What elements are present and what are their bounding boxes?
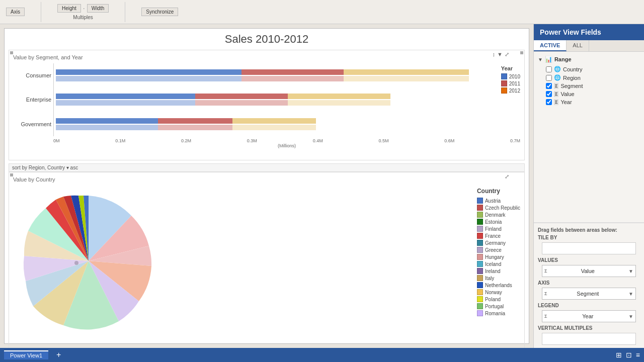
- pie-legend-item[interactable]: Denmark: [477, 212, 520, 218]
- axis-value: Segment: [577, 291, 599, 297]
- pie-svg-container: [13, 186, 174, 346]
- pie-chart-section[interactable]: Value by Country: [9, 172, 525, 348]
- pie-legend-item[interactable]: Finland: [477, 226, 520, 232]
- view-tab[interactable]: Power View1: [4, 350, 48, 359]
- bar-chart-legend: Year 2010 2011 2012: [501, 65, 520, 95]
- enterprise-2010-bar: [56, 94, 195, 99]
- region-checkbox[interactable]: [546, 75, 552, 81]
- legend-arrow[interactable]: ▼: [628, 314, 633, 319]
- synchronize-button[interactable]: Synchronize: [141, 8, 178, 16]
- government-bar-row: [56, 115, 520, 133]
- government-2011-bar-2: [158, 125, 232, 130]
- x-0m: 0M: [53, 138, 60, 143]
- sort-bar: sort by Region, Country ▾ asc: [9, 163, 525, 172]
- axis-dropzone[interactable]: Σ Segment ▼: [542, 288, 636, 300]
- consumer-2010-bar: [56, 69, 242, 75]
- bar-chart-section[interactable]: Value by Segment, and Year Consumer Ente…: [9, 50, 525, 160]
- pie-legend-item[interactable]: Hungary: [477, 254, 520, 260]
- pie-legend-label: Netherlands: [485, 283, 512, 288]
- pie-legend-label: Finland: [485, 226, 502, 232]
- pie-legend-scroll: Austria Czech Republic Denmark Estonia F…: [477, 198, 520, 316]
- tab-all[interactable]: ALL: [567, 40, 589, 51]
- tree-item-segment: Σ Segment: [538, 82, 640, 90]
- year-sigma-icon: Σ: [554, 99, 558, 105]
- enterprise-bar-row: [56, 90, 520, 109]
- x-axis-labels: 0M 0.1M 0.2M 0.3M 0.4M 0.5M 0.6M 0.7M: [13, 138, 520, 143]
- bar-legend-title: Year: [501, 65, 520, 71]
- consumer-2010-bar-2: [56, 76, 242, 81]
- status-icon-1[interactable]: ⊞: [616, 351, 622, 359]
- height-button[interactable]: Height: [57, 4, 81, 13]
- axis-button[interactable]: Axis: [6, 8, 25, 16]
- pie-legend-item[interactable]: Norway: [477, 289, 520, 295]
- fields-tree: ▼ 📊 Range 🌐 Country 🌐 Region Σ Segment: [534, 52, 644, 222]
- pie-chart-title: Value by Country: [13, 176, 520, 183]
- sort-icon[interactable]: ↕: [493, 51, 496, 58]
- pie-legend-label: Hungary: [485, 254, 504, 260]
- status-icon-3[interactable]: ≡: [636, 351, 640, 359]
- tile-by-label: TILE BY: [538, 235, 640, 240]
- pie-legend-item[interactable]: Poland: [477, 296, 520, 302]
- enterprise-2011-bar-2: [195, 100, 288, 106]
- pie-legend-color: [477, 247, 483, 253]
- separator-dot: ·: [83, 4, 85, 12]
- pie-legend-item[interactable]: Czech Republic: [477, 205, 520, 211]
- status-icon-2[interactable]: ⊡: [626, 351, 632, 359]
- values-value: Value: [581, 268, 595, 274]
- axis-arrow[interactable]: ▼: [628, 291, 633, 297]
- year-label[interactable]: Year: [560, 99, 572, 105]
- pie-legend-item[interactable]: Romania: [477, 310, 520, 316]
- legend-dropzone[interactable]: Σ Year ▼: [542, 310, 636, 322]
- value-checkbox[interactable]: [546, 91, 552, 97]
- x-01m: 0.1M: [115, 138, 125, 143]
- country-label[interactable]: Country: [563, 66, 583, 72]
- government-2011-bar: [158, 118, 232, 124]
- tree-root-label: Range: [554, 56, 572, 62]
- width-button[interactable]: Width: [87, 4, 109, 13]
- report-container: Sales 2010-2012 Value by Segment, and Ye…: [4, 28, 529, 344]
- pie-legend-color: [477, 240, 483, 246]
- country-list: Austria Czech Republic Denmark Estonia F…: [477, 198, 520, 316]
- legend-2010: 2010: [501, 73, 520, 79]
- add-tab-button[interactable]: +: [52, 350, 65, 359]
- x-02m: 0.2M: [181, 138, 191, 143]
- enterprise-2010-bar-2: [56, 100, 195, 106]
- expand-icon[interactable]: ⤢: [505, 51, 509, 58]
- pie-legend-item[interactable]: Greece: [477, 247, 520, 253]
- pie-legend-item[interactable]: Italy: [477, 275, 520, 281]
- segment-label[interactable]: Segment: [560, 83, 583, 89]
- enterprise-label: Enterprise: [13, 97, 51, 103]
- pie-legend-item[interactable]: Austria: [477, 198, 520, 204]
- pie-legend-color: [477, 254, 483, 260]
- legend-value: Year: [582, 313, 593, 319]
- x-06m: 0.6M: [444, 138, 454, 143]
- region-label[interactable]: Region: [563, 75, 581, 81]
- year-checkbox[interactable]: [546, 99, 552, 105]
- consumer-label: Consumer: [13, 72, 51, 78]
- values-dropzone[interactable]: Σ Value ▼: [542, 265, 636, 277]
- values-area: VALUES Σ Value ▼: [534, 257, 644, 280]
- pie-legend-item[interactable]: Netherlands: [477, 282, 520, 288]
- vertical-multiples-dropzone[interactable]: [542, 333, 636, 345]
- pie-legend-item[interactable]: Germany: [477, 240, 520, 246]
- pie-legend-item[interactable]: France: [477, 233, 520, 239]
- segment-checkbox[interactable]: [546, 83, 552, 89]
- tab-active[interactable]: ACTIVE: [534, 40, 567, 51]
- legend-2010-label: 2010: [509, 74, 520, 79]
- values-arrow[interactable]: ▼: [628, 268, 633, 274]
- country-checkbox[interactable]: [546, 66, 552, 72]
- legend-2012-color: [501, 87, 507, 94]
- pie-legend-item[interactable]: Estonia: [477, 219, 520, 225]
- pie-legend-item[interactable]: Ireland: [477, 268, 520, 274]
- sort-text[interactable]: sort by Region, Country ▾ asc: [12, 165, 78, 170]
- tree-expand-icon[interactable]: ▼: [538, 57, 543, 62]
- tile-by-dropzone[interactable]: [542, 242, 636, 254]
- pie-legend-item[interactable]: Portugal: [477, 303, 520, 309]
- value-sigma-icon: Σ: [554, 91, 558, 97]
- pie-expand-icon[interactable]: ⤢: [505, 173, 509, 180]
- pie-legend-item[interactable]: Iceland: [477, 261, 520, 267]
- value-label[interactable]: Value: [560, 91, 574, 97]
- values-label: VALUES: [538, 257, 640, 263]
- pie-legend-color: [477, 219, 483, 225]
- filter-icon[interactable]: ▼: [497, 51, 503, 58]
